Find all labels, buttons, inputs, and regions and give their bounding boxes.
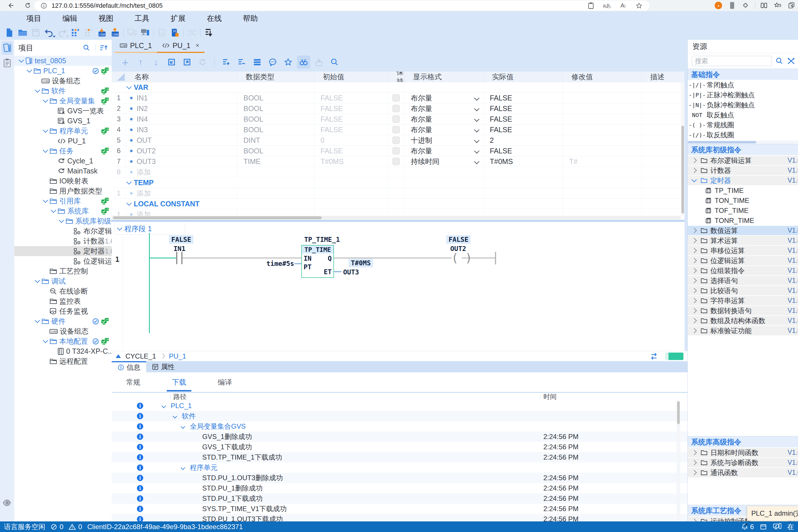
col-header[interactable]: 描述 (641, 72, 685, 82)
resource-library-item[interactable]: 串移位运算V1.0 (688, 246, 798, 255)
resource-library-item[interactable]: 布尔逻辑运算V1.0 (688, 156, 798, 165)
window-restore-icon[interactable] (760, 524, 767, 530)
tree-item[interactable]: 1100设备组态 (14, 326, 112, 336)
resource-library-item[interactable]: 选择语句V1.0 (688, 276, 798, 285)
table-horizontal-scrollbar[interactable] (112, 216, 681, 220)
menu-item-0[interactable]: 项目 (26, 14, 41, 23)
close-tab-icon[interactable]: × (196, 42, 199, 49)
sort-icon[interactable] (100, 44, 108, 52)
log-vertical-scrollbar[interactable] (676, 401, 680, 521)
retain-checkbox[interactable] (393, 105, 400, 112)
resource-block-item[interactable]: TOF_TIME (688, 206, 798, 215)
tree-item[interactable]: 计数器1.0 (14, 236, 112, 246)
resource-library-item[interactable]: 数值运算V1.0 (688, 226, 798, 235)
tree-item[interactable]: 定时器1.0 (14, 246, 112, 256)
col-header[interactable]: 修改值 (563, 72, 641, 82)
variable-row[interactable]: 5 OUT DINT 0 十进制 2 (112, 135, 685, 146)
tree-item[interactable]: 软件 110 (14, 86, 112, 96)
search-icon[interactable] (328, 56, 341, 69)
et-operand[interactable]: OUT3 (343, 268, 359, 276)
move-down-icon[interactable]: ↓ (149, 56, 163, 69)
menu-item-6[interactable]: 帮助 (243, 14, 258, 23)
editor-tab-plc_1[interactable]: 1100PLC_1 (114, 40, 157, 53)
tree-item[interactable]: 布尔逻辑运算1.0 (14, 226, 112, 236)
menu-icon[interactable] (251, 56, 264, 69)
undo-icon[interactable] (42, 26, 56, 39)
resource-search-input[interactable] (692, 56, 772, 66)
resource-library-item[interactable]: 字符串运算V1.0 (688, 296, 798, 305)
editor-tab-pu_1[interactable]: PU_1× (157, 40, 204, 53)
info-subtab-2[interactable]: 编译 (215, 374, 235, 391)
insert-row-icon[interactable] (220, 56, 233, 69)
add-variable-row[interactable]: 8添加 (112, 167, 685, 177)
online-device-icon[interactable] (138, 26, 151, 39)
site-info-icon[interactable] (39, 1, 49, 11)
menu-item-5[interactable]: 在线 (207, 14, 222, 23)
tree-item[interactable]: PLC_1110 (14, 66, 112, 76)
info-tab-0[interactable]: 信息 (112, 361, 146, 372)
sync-arrows-icon[interactable] (650, 352, 658, 361)
retain-checkbox[interactable] (393, 94, 400, 101)
log-row[interactable]: iSYS.TP_TIME_V1下载成功2:24:56 PM (112, 504, 687, 514)
resource-library-item[interactable]: 系统与诊断函数V1.0 (688, 458, 798, 467)
tree-item[interactable]: 监控表 (14, 296, 112, 306)
clipboard-icon[interactable] (586, 1, 596, 11)
log-row[interactable]: iSTD.PU_1.OUT3删除成功2:24:56 PM (112, 473, 687, 483)
pt-operand[interactable]: time#5s (266, 260, 294, 267)
base-instruction-item[interactable]: NOT取反触点 (688, 110, 798, 120)
retain-checkbox[interactable] (393, 136, 400, 144)
split-screen-icon[interactable] (759, 1, 769, 10)
search-icon[interactable] (775, 57, 783, 65)
col-header[interactable]: 保持 (388, 72, 404, 82)
watch-binoculars-icon[interactable] (297, 56, 310, 69)
resource-block-item[interactable]: TP_TIME (688, 186, 798, 195)
col-header[interactable]: 实际值 (484, 72, 563, 82)
log-row[interactable]: iSTD.TP_TIME_1下载成功2:24:56 PM (112, 452, 687, 462)
retain-checkbox[interactable] (393, 158, 400, 165)
tree-item[interactable]: MainTask (14, 166, 112, 176)
log-row[interactable]: iPLC_1 (112, 401, 687, 411)
format-dropdown-icon[interactable] (474, 106, 479, 111)
move-up-icon[interactable]: ↑ (134, 56, 147, 69)
extensions-puzzle-icon[interactable] (741, 1, 751, 10)
base-instruction-item[interactable]: -|P|-正脉冲检测触点 (688, 90, 798, 100)
resource-library-item[interactable]: 算术运算V1.0 (688, 236, 798, 245)
project-nav-icon[interactable] (1, 41, 13, 55)
variable-row[interactable]: 2 IN2 BOOL FALSE 布尔量 FALSE (112, 103, 685, 114)
breadcrumb-unit[interactable]: PU_1 (169, 352, 186, 360)
resource-library-item[interactable]: 比较语句V1.0 (688, 286, 798, 295)
tree-item[interactable]: GVS一览表 (14, 106, 112, 116)
resource-library-item[interactable]: 标准验证功能V1.0 (688, 326, 798, 336)
contact-icon[interactable] (176, 252, 177, 264)
format-dropdown-icon[interactable] (474, 148, 479, 153)
favorite-icon[interactable] (282, 56, 295, 69)
contact-operand[interactable]: IN1 (174, 245, 186, 252)
tree-item[interactable]: GVS_1 (14, 116, 112, 126)
tree-item[interactable]: 全局变量集110 (14, 96, 112, 106)
download-to-plc-icon[interactable]: 1100 (95, 26, 108, 39)
resource-library-item[interactable]: 数据转换语句V1.0 (688, 306, 798, 315)
resource-horizontal-scrollbar[interactable] (688, 140, 798, 144)
menu-item-3[interactable]: 工具 (134, 14, 149, 23)
log-row[interactable]: iSTD.PU_1删除成功2:24:56 PM (112, 483, 687, 493)
collections-icon[interactable] (773, 1, 782, 10)
library-icon[interactable] (155, 26, 168, 39)
base-instruction-item[interactable]: -(/)-取反线圈 (688, 130, 798, 140)
info-subtab-0[interactable]: 常规 (123, 374, 143, 391)
log-row[interactable]: i程序单元 (112, 462, 687, 473)
tree-item[interactable]: 引用库110 (14, 196, 112, 206)
menu-item-1[interactable]: 编辑 (62, 14, 77, 23)
open-project-icon[interactable] (16, 26, 29, 39)
online-device-icon[interactable] (773, 523, 781, 531)
col-header[interactable]: 名称 (126, 72, 237, 82)
resource-block-item[interactable]: TON_TIME (688, 196, 798, 205)
variable-row[interactable]: 7 OUT3 TIME T#0MS 持续时间 T#0MS T# (112, 156, 685, 167)
resource-section-header[interactable]: 系统库初级指令 (688, 144, 798, 155)
resource-library-item[interactable]: 日期和时间函数V1.0 (688, 448, 798, 457)
col-header[interactable]: 初始值 (314, 72, 388, 82)
retain-checkbox[interactable] (393, 126, 400, 133)
info-subtab-1[interactable]: 下载 (169, 374, 189, 391)
base-instruction-item[interactable]: -|/|-常闭触点 (688, 80, 798, 90)
log-row[interactable]: iGVS_1下载成功2:24:56 PM (112, 442, 687, 452)
breadcrumb-task[interactable]: CYCLE_1 (125, 352, 156, 360)
